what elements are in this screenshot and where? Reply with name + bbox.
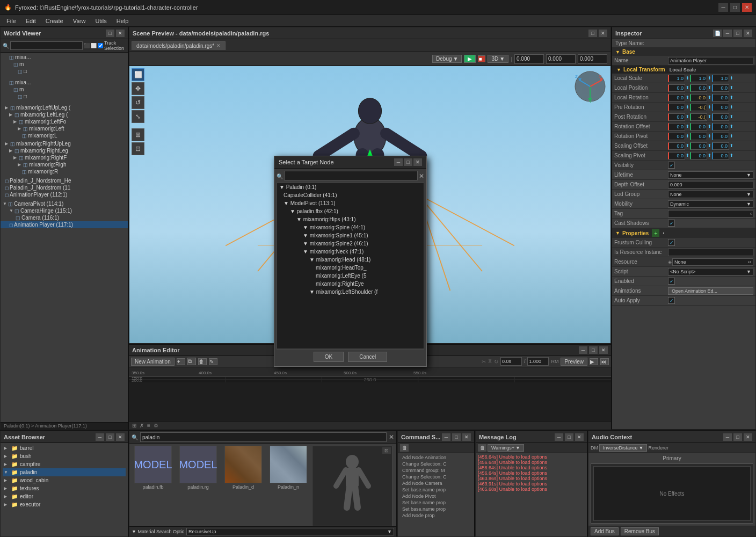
inverse-distance-dropdown[interactable]: InverseDistance ▼ — [599, 444, 647, 452]
tree-item[interactable]: ◫ m — [1, 61, 128, 68]
dialog-search-input[interactable] — [284, 171, 418, 180]
tree-item[interactable]: ◻ Paladin_J_Nordstrom (11 — [1, 184, 128, 191]
dialog-tree[interactable]: ▼ Paladin (0:1) CapsuleCollider (41:1) ▼… — [277, 183, 424, 349]
tree-item[interactable]: ◫ mixa... — [1, 54, 128, 61]
postrot-x[interactable]: 0.0 — [668, 113, 685, 121]
command-entry[interactable]: Add Node prop — [400, 512, 472, 519]
lifetime-dropdown[interactable]: None ▼ — [668, 171, 753, 179]
3d-mode-dropdown[interactable]: 3D ▼ — [488, 55, 508, 63]
anim-maximize-btn[interactable]: □ — [589, 346, 598, 354]
ac-lock-btn[interactable]: ─ — [723, 433, 732, 441]
tag-dropdown[interactable]: ‹ — [668, 210, 753, 217]
tree-item[interactable]: ◻ Paladin_J_Nordstrom_He — [1, 177, 128, 184]
dialog-close-btn[interactable]: ✕ — [413, 158, 422, 166]
anim-prev-btn[interactable]: ⏮ — [600, 358, 609, 365]
tree-item[interactable]: ▶ ◫ mixamorig:RightLeg — [1, 147, 128, 154]
tree-item[interactable]: ◫ Camera (116:1) — [1, 214, 128, 221]
asset-item-wood-cabin[interactable]: ▶ 📁 wood_cabin — [3, 476, 126, 484]
anim-speed-input[interactable] — [527, 357, 549, 366]
dialog-node[interactable]: CapsuleCollider (41:1) — [277, 191, 424, 199]
anim-copy-btn[interactable]: ⧉ — [187, 358, 196, 365]
menu-file[interactable]: File — [2, 17, 20, 25]
command-entry[interactable]: Set base.name prop — [400, 499, 472, 506]
tree-item[interactable]: ▼ ◫ CameraPivot (114:1) — [1, 200, 128, 207]
ml-max-btn[interactable]: □ — [565, 433, 573, 441]
prerot-y[interactable]: -0.( — [690, 104, 707, 111]
tree-item[interactable]: ◫ □ — [1, 93, 128, 100]
debug-dropdown[interactable]: Debug ▼ — [432, 55, 462, 63]
wv-close-button[interactable]: ✕ — [116, 30, 125, 37]
clear-search-btn[interactable]: ✕ — [389, 433, 394, 441]
anim-delete-btn[interactable]: 🗑 — [198, 358, 207, 365]
thumb-item[interactable]: Paladin_d — [222, 446, 265, 526]
tree-item-animation-player[interactable]: ◻ Animation Player (117:1) — [1, 221, 128, 228]
dialog-node[interactable]: ▼ mixamorig:Head (48:1) — [277, 256, 424, 264]
rotoff-x[interactable]: 0.0 — [668, 123, 685, 130]
close-button[interactable]: ✕ — [742, 3, 752, 12]
command-entry[interactable]: Command group: M — [400, 467, 472, 474]
dialog-node[interactable]: mixamorig:HeadTop_ — [277, 264, 424, 272]
prerot-x[interactable]: 0.0 — [668, 104, 685, 111]
scene-tab[interactable]: data/models/paladin/paladin.rgs* ✕ — [132, 41, 226, 50]
tree-item[interactable]: ▶ ◫ mixamorig:LeftFo — [1, 118, 128, 125]
asset-item-editor[interactable]: ▶ 📁 editor — [3, 492, 126, 500]
dialog-node[interactable]: ▼ mixamorig:LeftShoulder (f — [277, 288, 424, 296]
scalepiv-y[interactable]: 0.0 — [690, 152, 707, 159]
clear-messages-btn[interactable]: 🗑 — [478, 444, 486, 452]
ab-close-btn[interactable]: ✕ — [116, 433, 125, 441]
thumb-search-input[interactable] — [140, 432, 387, 442]
enabled-checkbox[interactable]: ✓ — [668, 278, 675, 285]
tree-item[interactable]: ◫ m — [1, 86, 128, 93]
coord-y-input[interactable] — [546, 54, 576, 64]
clear-command-btn[interactable]: 🗑 — [400, 444, 409, 452]
inspector-lock-btn[interactable]: ─ — [723, 30, 732, 37]
scaleoff-y[interactable]: 0.0 — [690, 142, 707, 150]
inspector-max-btn[interactable]: □ — [733, 30, 742, 37]
postrot-y[interactable]: -0.( — [690, 113, 707, 121]
cl-max-btn[interactable]: □ — [452, 433, 461, 441]
close-tab-icon[interactable]: ✕ — [216, 43, 221, 48]
fit-preview-btn[interactable]: ⊡ — [382, 447, 391, 454]
dialog-node[interactable]: ▼ Paladin (0:1) — [277, 183, 424, 191]
local-transform-section[interactable]: ▼ Local Transform Local Scale — [612, 66, 755, 74]
dialog-node[interactable]: mixamorig:LeftEye (5 — [277, 272, 424, 280]
asset-item-textures[interactable]: ▶ 📁 textures — [3, 484, 126, 492]
menu-create[interactable]: Create — [41, 17, 68, 25]
inspector-properties-section[interactable]: ▼ Properties + ‹ — [612, 228, 755, 238]
prerot-z[interactable]: 0.0 — [712, 104, 729, 111]
ml-lock-btn[interactable]: ─ — [555, 433, 563, 441]
command-entry[interactable]: Change Selection: C — [400, 461, 472, 467]
tree-item[interactable]: ▶ ◫ mixamorig:LeftLeg ( — [1, 111, 128, 118]
rotpiv-x[interactable]: 0.0 — [668, 133, 685, 140]
resource-dropdown[interactable]: None ‹‹ — [672, 258, 753, 266]
scale-x[interactable]: 1.0 — [668, 75, 685, 82]
pos-x[interactable]: 0.0 — [668, 84, 685, 92]
menu-edit[interactable]: Edit — [21, 17, 40, 25]
preview-button[interactable]: Preview — [561, 358, 587, 366]
dialog-node[interactable]: ▼ mixamorig:Neck (47:1) — [277, 248, 424, 256]
rot-x[interactable]: 0.0 — [668, 94, 685, 101]
inspector-close-btn[interactable]: ✕ — [744, 30, 752, 37]
play-button[interactable]: ▶ — [464, 55, 476, 63]
dialog-ok-button[interactable]: OK — [314, 352, 344, 362]
coord-z-input[interactable] — [578, 54, 607, 64]
dialog-max-btn[interactable]: □ — [404, 158, 412, 166]
anim-add-btn[interactable]: + — [177, 358, 185, 365]
command-log-content[interactable]: Add Node Animation Change Selection: C C… — [398, 453, 474, 536]
anim-timeline[interactable]: 350.0s 400.0s 450.0s 500.0s 550.0s 250.0 — [129, 367, 611, 421]
asset-item-campfire[interactable]: ▶ 📁 campfire — [3, 460, 126, 468]
dialog-cancel-button[interactable]: Cancel — [348, 352, 387, 362]
name-value[interactable]: Animation Player — [668, 57, 753, 64]
cl-lock-btn[interactable]: ─ — [442, 433, 450, 441]
dialog-node[interactable]: ▼ mixamorig:Spine1 (45:1) — [277, 231, 424, 240]
lodgroup-dropdown[interactable]: None ▼ — [668, 191, 753, 198]
open-animation-editor-button[interactable]: Open Animation Ed... — [668, 287, 753, 295]
coord-x-input[interactable] — [514, 54, 544, 64]
scene-preview-close-btn[interactable]: ✕ — [599, 30, 607, 37]
properties-add-btn[interactable]: + — [652, 229, 659, 237]
snap-tool[interactable]: ⊡ — [132, 142, 144, 155]
asset-item-paladin[interactable]: ▼ 📁 paladin — [3, 468, 126, 476]
tree-item[interactable]: ▶ ◫ mixamorig:Righ — [1, 161, 128, 168]
dialog-node[interactable]: ▼ mixamorig:Spine (44:1) — [277, 223, 424, 231]
scale-y[interactable]: 1.0 — [690, 75, 707, 82]
